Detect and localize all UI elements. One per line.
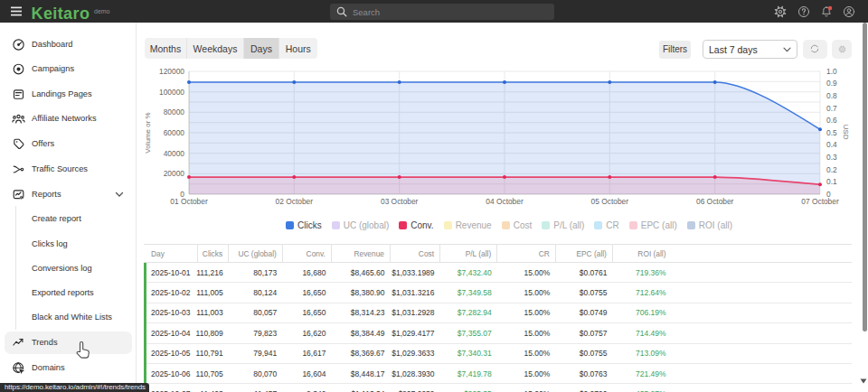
svg-text:06 October: 06 October bbox=[696, 197, 734, 206]
svg-text:0.1: 0.1 bbox=[826, 177, 837, 186]
svg-text:0.8: 0.8 bbox=[826, 91, 837, 100]
svg-text:0.9: 0.9 bbox=[826, 79, 837, 88]
svg-text:100000: 100000 bbox=[159, 88, 184, 97]
svg-text:80000: 80000 bbox=[164, 107, 185, 117]
svg-text:0.2: 0.2 bbox=[826, 165, 837, 174]
svg-text:0.5: 0.5 bbox=[826, 128, 837, 137]
svg-text:04 October: 04 October bbox=[486, 197, 524, 206]
svg-text:1.0: 1.0 bbox=[826, 67, 837, 76]
svg-text:03 October: 03 October bbox=[381, 197, 419, 206]
svg-text:120000: 120000 bbox=[159, 67, 184, 76]
svg-text:01 October: 01 October bbox=[170, 197, 208, 206]
svg-text:0.4: 0.4 bbox=[826, 140, 837, 149]
svg-text:20000: 20000 bbox=[164, 169, 185, 178]
svg-text:0.6: 0.6 bbox=[826, 116, 837, 125]
svg-text:05 October: 05 October bbox=[591, 197, 629, 206]
svg-text:07 October: 07 October bbox=[801, 197, 839, 206]
svg-text:40000: 40000 bbox=[164, 149, 185, 158]
svg-text:02 October: 02 October bbox=[276, 197, 314, 206]
svg-text:60000: 60000 bbox=[164, 128, 185, 137]
svg-text:0.7: 0.7 bbox=[826, 104, 837, 113]
svg-text:0.3: 0.3 bbox=[826, 153, 837, 162]
svg-text:Volume or %: Volume or % bbox=[144, 112, 152, 153]
svg-text:USD: USD bbox=[842, 125, 850, 140]
